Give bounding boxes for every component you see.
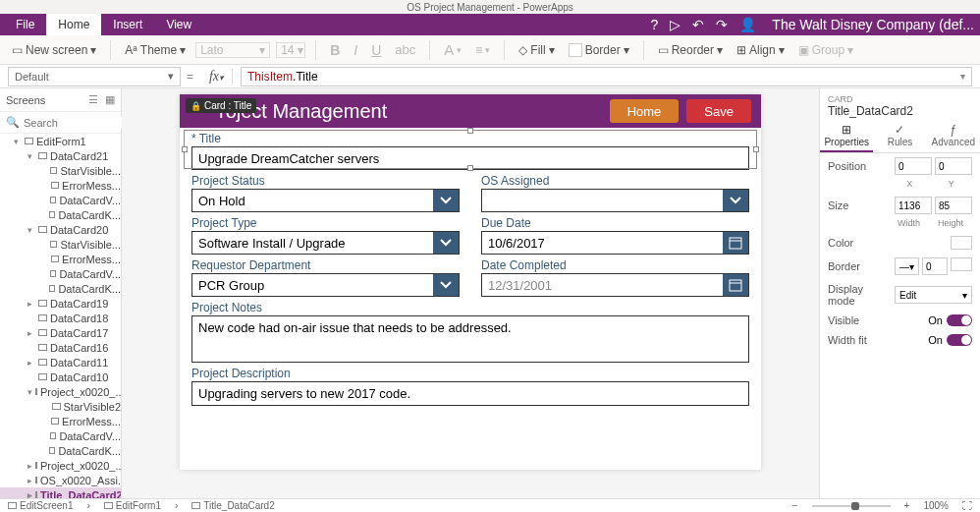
zoom-in-button[interactable]: + bbox=[904, 500, 910, 511]
align-button[interactable]: ≡▾ bbox=[471, 43, 494, 57]
tree-item[interactable]: ▸DataCard19 bbox=[0, 296, 121, 311]
status-dropdown[interactable]: On Hold bbox=[191, 189, 460, 212]
underline-button[interactable]: U bbox=[367, 42, 385, 58]
tree-item[interactable]: ▸DataCard17 bbox=[0, 325, 121, 340]
group-button[interactable]: ▣ Group ▾ bbox=[794, 43, 857, 57]
tab-advanced[interactable]: ƒAdvanced bbox=[927, 120, 980, 152]
title-input[interactable]: Upgrade DreamCatcher servers bbox=[191, 146, 749, 170]
tree-item[interactable]: ▸Title_DataCard2 bbox=[0, 487, 121, 498]
tab-view[interactable]: View bbox=[154, 14, 203, 35]
tree-item[interactable]: DataCard10 bbox=[0, 370, 121, 384]
canvas-area[interactable]: Card : Title roject Management Home Save… bbox=[122, 88, 819, 498]
tree-item[interactable]: StarVisible... bbox=[0, 163, 121, 178]
notes-textarea[interactable]: New code had on-air issue that needs to … bbox=[191, 315, 749, 363]
tree-item[interactable]: StarVisible... bbox=[0, 237, 121, 252]
reorder-button[interactable]: ▭ Reorder ▾ bbox=[654, 43, 727, 57]
tab-file[interactable]: File bbox=[4, 14, 46, 35]
display-mode-select[interactable]: Edit▾ bbox=[895, 286, 972, 304]
border-style-select[interactable]: —▾ bbox=[895, 257, 919, 275]
dept-dropdown[interactable]: PCR Group bbox=[191, 273, 460, 297]
tab-insert[interactable]: Insert bbox=[101, 14, 154, 35]
italic-button[interactable]: I bbox=[350, 42, 361, 58]
tree-item[interactable]: ▸DataCard11 bbox=[0, 355, 121, 370]
play-icon[interactable]: ▷ bbox=[670, 17, 681, 32]
chevron-down-icon: ▾ bbox=[457, 45, 462, 55]
tree-item[interactable]: DataCardK... bbox=[0, 281, 121, 296]
tree-item[interactable]: StarVisible2 bbox=[0, 399, 121, 414]
undo-icon[interactable]: ↶ bbox=[692, 17, 704, 32]
visible-toggle[interactable] bbox=[947, 314, 972, 326]
assigned-label: OS Assigned bbox=[481, 174, 749, 188]
tree-item[interactable]: ErrorMess... bbox=[0, 178, 121, 193]
assigned-dropdown[interactable] bbox=[481, 189, 749, 212]
border-weight-input[interactable] bbox=[922, 257, 948, 275]
tree-list[interactable]: ▾EditForm1▾DataCard21StarVisible...Error… bbox=[0, 134, 121, 498]
expand-formula-icon[interactable]: ▾ bbox=[960, 71, 965, 82]
zoom-out-button[interactable]: − bbox=[792, 500, 798, 511]
tree-item[interactable]: DataCard18 bbox=[0, 311, 121, 325]
thumbnail-view-icon[interactable]: ▦ bbox=[105, 93, 115, 105]
theme-icon: Aª bbox=[125, 43, 136, 57]
new-screen-button[interactable]: ▭ New screen ▾ bbox=[8, 43, 100, 57]
formula-input[interactable]: ThisItem.Title ▾ bbox=[241, 67, 972, 86]
tree-item[interactable]: DataCardK... bbox=[0, 207, 121, 222]
redo-icon[interactable]: ↷ bbox=[716, 17, 728, 32]
tree-view-icon[interactable]: ☰ bbox=[88, 93, 98, 105]
completed-date-input[interactable]: 12/31/2001 bbox=[481, 273, 749, 297]
border-button[interactable]: Border ▾ bbox=[565, 43, 633, 57]
breadcrumb-card[interactable]: Title_DataCard2 bbox=[191, 500, 274, 511]
width-input[interactable] bbox=[895, 197, 932, 214]
tree-item[interactable]: DataCardV... bbox=[0, 193, 121, 207]
save-button[interactable]: Save bbox=[686, 99, 751, 123]
chevron-down-icon: ▾ bbox=[90, 43, 96, 57]
tree-item[interactable]: DataCardV... bbox=[0, 428, 121, 443]
window-title: OS Project Management - PowerApps bbox=[407, 2, 573, 13]
fit-screen-button[interactable]: ⛶ bbox=[962, 500, 972, 511]
color-swatch[interactable] bbox=[951, 236, 972, 250]
tree-item[interactable]: ▾DataCard21 bbox=[0, 148, 121, 163]
font-size-select[interactable]: 14▾ bbox=[276, 42, 305, 58]
width-fit-toggle[interactable] bbox=[947, 334, 972, 346]
due-date-input[interactable]: 10/6/2017 bbox=[481, 231, 749, 255]
tab-properties[interactable]: ⊞Properties bbox=[820, 120, 873, 152]
position-y-input[interactable] bbox=[935, 157, 972, 175]
user-icon[interactable]: 👤 bbox=[739, 17, 756, 32]
group-icon: ▣ bbox=[798, 43, 809, 57]
tree-item[interactable]: ErrorMess... bbox=[0, 414, 121, 428]
tree-item[interactable]: ▾Project_x0020_... bbox=[0, 384, 121, 399]
new-screen-icon: ▭ bbox=[12, 43, 23, 57]
home-button[interactable]: Home bbox=[610, 99, 680, 123]
tree-search[interactable]: 🔍 bbox=[0, 112, 121, 134]
svg-rect-0 bbox=[730, 238, 741, 249]
tree-item[interactable]: DataCard16 bbox=[0, 340, 121, 355]
height-input[interactable] bbox=[935, 197, 972, 214]
type-dropdown[interactable]: Software Install / Upgrade bbox=[191, 231, 460, 255]
align-objects-button[interactable]: ⊞ Align ▾ bbox=[733, 43, 789, 57]
font-name-select[interactable]: Lato▾ bbox=[195, 42, 270, 58]
desc-textarea[interactable]: Upgrading servers to new 2017 code. bbox=[191, 381, 749, 406]
tree-item[interactable]: DataCardV... bbox=[0, 266, 121, 281]
zoom-slider[interactable] bbox=[812, 505, 891, 507]
fill-button[interactable]: ◇ Fill ▾ bbox=[515, 43, 558, 57]
help-icon[interactable]: ? bbox=[651, 17, 659, 32]
tree-item[interactable]: ▸OS_x0020_Assi... bbox=[0, 473, 121, 487]
tree-item[interactable]: DataCardK... bbox=[0, 443, 121, 458]
strike-button[interactable]: abc bbox=[391, 42, 419, 57]
color-label: Color bbox=[828, 237, 889, 249]
tree-item[interactable]: ▸Project_x0020_... bbox=[0, 458, 121, 473]
tree-item[interactable]: ▾EditForm1 bbox=[0, 134, 121, 148]
tab-home[interactable]: Home bbox=[46, 14, 101, 35]
advanced-icon: ƒ bbox=[950, 123, 956, 137]
border-color-swatch[interactable] bbox=[951, 257, 972, 271]
tree-item[interactable]: ▾DataCard20 bbox=[0, 222, 121, 237]
breadcrumb-screen[interactable]: EditScreen1 bbox=[8, 500, 73, 511]
breadcrumb-form[interactable]: EditForm1 bbox=[104, 500, 161, 511]
position-x-input[interactable] bbox=[895, 157, 932, 175]
property-selector[interactable]: Default ▾ bbox=[8, 67, 181, 86]
tree-item[interactable]: ErrorMess... bbox=[0, 252, 121, 266]
fx-icon[interactable]: fx▾ bbox=[205, 69, 233, 85]
font-color-button[interactable]: A▾ bbox=[440, 41, 465, 58]
theme-button[interactable]: Aª Theme ▾ bbox=[121, 43, 190, 57]
bold-button[interactable]: B bbox=[326, 42, 344, 58]
tab-rules[interactable]: ✓Rules bbox=[873, 120, 926, 152]
